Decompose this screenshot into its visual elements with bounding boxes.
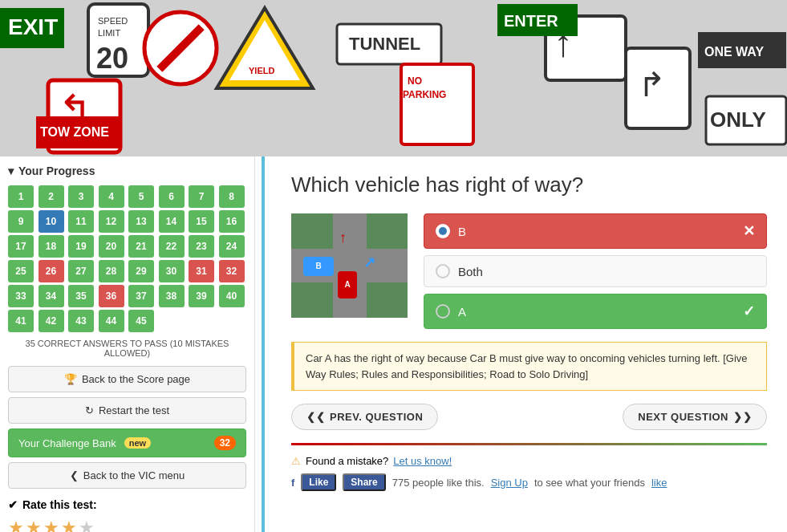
- grid-cell[interactable]: 34: [39, 285, 64, 307]
- question-area: A B ↑ ↗ B✕BothA✓: [291, 213, 767, 329]
- grid-cell[interactable]: 5: [128, 185, 154, 208]
- restart-button[interactable]: ↻ Restart the test: [8, 397, 246, 424]
- svg-text:TOW ZONE: TOW ZONE: [40, 125, 109, 139]
- grid-cell: [159, 310, 185, 332]
- prev-icon: ❮❮: [306, 411, 325, 423]
- feedback-row: ⚠ Found a mistake? Let us know!: [291, 455, 767, 467]
- fb-like-button[interactable]: Like: [301, 473, 336, 491]
- grid-cell[interactable]: 11: [68, 210, 94, 233]
- options-list: B✕BothA✓: [424, 213, 767, 329]
- arrow-a-icon: ↑: [339, 229, 347, 246]
- grid-cell[interactable]: 39: [189, 285, 214, 307]
- grid-cell[interactable]: 8: [219, 185, 245, 208]
- like-link[interactable]: like: [651, 477, 667, 489]
- rate-header: ✔ Rate this test:: [8, 498, 246, 511]
- svg-text:NO: NO: [408, 75, 422, 87]
- svg-text:SPEED: SPEED: [98, 16, 128, 26]
- star-5[interactable]: ★: [79, 518, 95, 532]
- refresh-icon: ↻: [85, 404, 94, 416]
- grid-cell[interactable]: 12: [99, 210, 124, 233]
- grid-cell[interactable]: 19: [68, 235, 94, 258]
- grid-cell[interactable]: 22: [159, 235, 185, 258]
- grid-cell[interactable]: 36: [99, 285, 124, 307]
- grid-cell[interactable]: 2: [39, 185, 64, 208]
- svg-text:EXIT: EXIT: [8, 14, 58, 39]
- star-4[interactable]: ★: [61, 518, 77, 532]
- grid-cell[interactable]: 44: [99, 310, 124, 332]
- grid-cell[interactable]: 16: [219, 210, 245, 233]
- star-1[interactable]: ★: [8, 518, 24, 532]
- grid-cell[interactable]: 27: [68, 260, 94, 282]
- sidebar: ▾ Your Progress 123456789101112131415161…: [0, 156, 255, 532]
- grid-cell: [219, 310, 245, 332]
- progress-header: ▾ Your Progress: [8, 164, 246, 177]
- grid-cell[interactable]: 23: [189, 235, 214, 258]
- grid-cell[interactable]: 6: [159, 185, 185, 208]
- challenge-count: 32: [214, 436, 236, 450]
- star-2[interactable]: ★: [26, 518, 42, 532]
- grid-cell[interactable]: 37: [128, 285, 154, 307]
- grid-cell[interactable]: 26: [39, 260, 64, 282]
- signup-link[interactable]: Sign Up: [491, 477, 528, 489]
- grid-cell[interactable]: 15: [189, 210, 214, 233]
- next-question-button[interactable]: NEXT QUESTION ❯❯: [623, 404, 767, 430]
- car-a: A: [338, 271, 357, 298]
- star-3[interactable]: ★: [43, 518, 59, 532]
- feedback-link[interactable]: Let us know!: [393, 455, 452, 467]
- social-text: to see what your friends: [534, 477, 645, 489]
- grid-cell[interactable]: 38: [159, 285, 185, 307]
- answer-option[interactable]: A✓: [424, 294, 767, 329]
- grid-cell[interactable]: 42: [39, 310, 64, 332]
- grid-cell[interactable]: 29: [128, 260, 154, 282]
- grid-cell[interactable]: 4: [99, 185, 124, 208]
- car-b-label: B: [303, 257, 334, 276]
- option-label: A: [458, 305, 466, 319]
- grid-cell[interactable]: 28: [99, 260, 124, 282]
- svg-text:ONLY: ONLY: [710, 108, 766, 132]
- grid-cell[interactable]: 1: [8, 185, 34, 208]
- star-rating[interactable]: ★★★★★: [8, 518, 246, 532]
- svg-text:20: 20: [96, 42, 128, 75]
- grid-cell: [189, 310, 214, 332]
- feedback-text: Found a mistake?: [306, 455, 388, 467]
- option-label: B: [458, 225, 466, 238]
- svg-text:↱: ↱: [638, 66, 666, 104]
- grid-cell[interactable]: 17: [8, 235, 34, 258]
- fb-share-button[interactable]: Share: [343, 473, 385, 491]
- grid-cell[interactable]: 9: [8, 210, 34, 233]
- back-menu-button[interactable]: ❮ Back to the VIC menu: [8, 462, 246, 489]
- grid-cell[interactable]: 7: [189, 185, 214, 208]
- grid-cell[interactable]: 35: [68, 285, 94, 307]
- grid-cell[interactable]: 33: [8, 285, 34, 307]
- grid-cell[interactable]: 43: [68, 310, 94, 332]
- grid-cell[interactable]: 41: [8, 310, 34, 332]
- answer-option[interactable]: Both: [424, 255, 767, 287]
- grid-cell[interactable]: 31: [189, 260, 214, 282]
- score-page-button[interactable]: 🏆 Back to the Score page: [8, 366, 246, 392]
- chevron-left-icon: ❮: [70, 469, 79, 481]
- grid-cell[interactable]: 3: [68, 185, 94, 208]
- grid-cell[interactable]: 45: [128, 310, 154, 332]
- option-radio: [436, 304, 450, 319]
- like-count: 775 people like this.: [392, 477, 485, 489]
- grid-cell[interactable]: 20: [99, 235, 124, 258]
- grid-cell[interactable]: 14: [159, 210, 185, 233]
- grid-cell[interactable]: 32: [219, 260, 245, 282]
- warning-icon: ⚠: [291, 455, 301, 467]
- grid-cell[interactable]: 40: [219, 285, 245, 307]
- grid-cell[interactable]: 18: [39, 235, 64, 258]
- svg-text:ONE WAY: ONE WAY: [704, 45, 764, 59]
- grid-cell[interactable]: 13: [128, 210, 154, 233]
- challenge-bank-button[interactable]: Your Challenge Bank new 32: [8, 428, 246, 457]
- prev-question-button[interactable]: ❮❮ PREV. QUESTION: [291, 404, 438, 430]
- arrow-b-icon: ↗: [363, 254, 375, 271]
- grid-cell[interactable]: 24: [219, 235, 245, 258]
- grid-cell[interactable]: 10: [39, 210, 64, 233]
- grid-cell[interactable]: 21: [128, 235, 154, 258]
- answer-option[interactable]: B✕: [424, 213, 767, 249]
- main-content: Which vehicle has right of way? A B ↑: [271, 156, 787, 532]
- grid-cell[interactable]: 30: [159, 260, 185, 282]
- grid-cell[interactable]: 25: [8, 260, 34, 282]
- trophy-icon: 🏆: [64, 373, 77, 385]
- question-title: Which vehicle has right of way?: [291, 173, 767, 197]
